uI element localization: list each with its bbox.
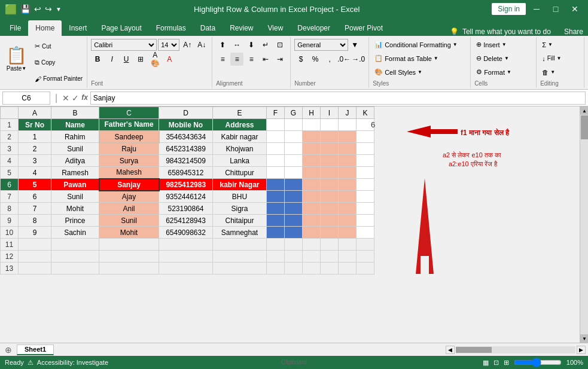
cell-k1[interactable] [357, 119, 374, 131]
conditional-formatting-button[interactable]: 📊 Conditional Formatting ▼ [373, 38, 459, 51]
cell-j2[interactable] [339, 131, 357, 143]
cut-button[interactable]: ✂ Cut [33, 40, 84, 53]
cell-g10[interactable] [285, 227, 303, 239]
cell-e12[interactable] [213, 251, 267, 263]
cell-j9[interactable] [339, 215, 357, 227]
cell-j10[interactable] [339, 227, 357, 239]
cell-a7[interactable]: 6 [19, 191, 51, 203]
cell-h10[interactable] [303, 227, 321, 239]
cell-b1[interactable]: Name [51, 119, 99, 131]
cell-k5[interactable] [357, 167, 374, 179]
cell-a6[interactable]: 5 [19, 179, 51, 191]
increase-font-button[interactable]: A↑ [181, 38, 194, 51]
cell-i5[interactable] [321, 167, 339, 179]
cell-b8[interactable]: Mohit [51, 203, 99, 215]
cell-c3[interactable]: Raju [99, 143, 159, 155]
cell-c7[interactable]: Ajay [99, 191, 159, 203]
cell-a8[interactable]: 7 [19, 203, 51, 215]
merge-button[interactable]: ⊡ [273, 38, 287, 51]
cell-i7[interactable] [321, 191, 339, 203]
cell-c13[interactable] [99, 263, 159, 275]
cell-d8[interactable]: 523190864 [159, 203, 213, 215]
sign-in-button[interactable]: Sign in [492, 3, 526, 15]
cell-f6[interactable] [267, 179, 285, 191]
cell-g1[interactable] [285, 119, 303, 131]
font-size-select[interactable]: 14 [158, 39, 179, 51]
cell-a1[interactable]: Sr No [19, 119, 51, 131]
share-label[interactable]: Share [564, 28, 583, 36]
align-right-button[interactable]: ≡ [245, 53, 258, 66]
cell-e2[interactable]: Kabir nagar [213, 131, 267, 143]
h-scroll-track[interactable] [456, 346, 575, 353]
cell-a10[interactable]: 9 [19, 227, 51, 239]
cell-k8[interactable] [357, 203, 374, 215]
tab-page-layout[interactable]: Page Layout [94, 20, 148, 36]
cell-c12[interactable] [99, 251, 159, 263]
tab-formulas[interactable]: Formulas [149, 20, 193, 36]
cell-h9[interactable] [303, 215, 321, 227]
cell-b4[interactable]: Aditya [51, 155, 99, 167]
increase-decimal-button[interactable]: →.0 [352, 53, 365, 66]
delete-cells-button[interactable]: ⊖ Delete ▼ [474, 52, 511, 65]
cell-e11[interactable] [213, 239, 267, 251]
cell-c6[interactable]: Sanjay [99, 179, 159, 191]
cell-k7[interactable] [357, 191, 374, 203]
cell-g4[interactable] [285, 155, 303, 167]
cell-h7[interactable] [303, 191, 321, 203]
maximize-button[interactable]: □ [547, 1, 564, 17]
cell-d3[interactable]: 6452314389 [159, 143, 213, 155]
scroll-left-button[interactable]: ◀ [446, 346, 455, 354]
cell-b9[interactable]: Prince [51, 215, 99, 227]
formula-input[interactable] [90, 92, 586, 105]
cell-b11[interactable] [51, 239, 99, 251]
col-header-i[interactable]: I [321, 107, 339, 119]
cell-e4[interactable]: Lanka [213, 155, 267, 167]
cell-c8[interactable]: Anil [99, 203, 159, 215]
cell-a5[interactable]: 4 [19, 167, 51, 179]
cell-k3[interactable] [357, 143, 374, 155]
tab-insert[interactable]: Insert [62, 20, 94, 36]
col-header-e[interactable]: E [213, 107, 267, 119]
row-header-2[interactable]: 2 [1, 131, 19, 143]
cell-d13[interactable] [159, 263, 213, 275]
cell-a11[interactable] [19, 239, 51, 251]
cell-j6[interactable] [339, 179, 357, 191]
cell-b2[interactable]: Rahim [51, 131, 99, 143]
cell-f5[interactable] [267, 167, 285, 179]
col-header-b[interactable]: B [51, 107, 99, 119]
cell-g11[interactable] [285, 239, 303, 251]
cell-g6[interactable] [285, 179, 303, 191]
sum-button[interactable]: Σ ▼ [540, 38, 555, 51]
quick-save[interactable]: 💾 [20, 4, 31, 14]
clear-button[interactable]: 🗑 ▼ [540, 66, 557, 78]
font-name-select[interactable]: Calibri [91, 39, 157, 51]
cell-k4[interactable] [357, 155, 374, 167]
cell-e6[interactable]: kabir Nagar [213, 179, 267, 191]
font-color-button[interactable]: A [163, 53, 176, 66]
cancel-icon[interactable]: ✕ [62, 93, 69, 103]
insert-cells-button[interactable]: ⊕ Insert ▼ [474, 38, 508, 51]
cell-b7[interactable]: Sunil [51, 191, 99, 203]
cell-g12[interactable] [285, 251, 303, 263]
cell-b3[interactable]: Sunil [51, 143, 99, 155]
cell-a3[interactable]: 2 [19, 143, 51, 155]
cell-g9[interactable] [285, 215, 303, 227]
cell-i11[interactable] [321, 239, 339, 251]
number-format-select[interactable]: General [294, 39, 348, 51]
cell-a12[interactable] [19, 251, 51, 263]
cell-g8[interactable] [285, 203, 303, 215]
align-middle-button[interactable]: ↔ [230, 38, 243, 51]
cell-b12[interactable] [51, 251, 99, 263]
cell-g7[interactable] [285, 191, 303, 203]
row-header-10[interactable]: 10 [1, 227, 19, 239]
cell-i10[interactable] [321, 227, 339, 239]
wrap-text-button[interactable]: ↵ [259, 38, 272, 51]
cell-h5[interactable] [303, 167, 321, 179]
scroll-up-button[interactable]: ▲ [580, 106, 588, 115]
cell-g2[interactable] [285, 131, 303, 143]
row-header-13[interactable]: 13 [1, 263, 19, 275]
cell-h3[interactable] [303, 143, 321, 155]
cell-a9[interactable]: 8 [19, 215, 51, 227]
row-header-7[interactable]: 7 [1, 191, 19, 203]
cell-e10[interactable]: Samneghat [213, 227, 267, 239]
